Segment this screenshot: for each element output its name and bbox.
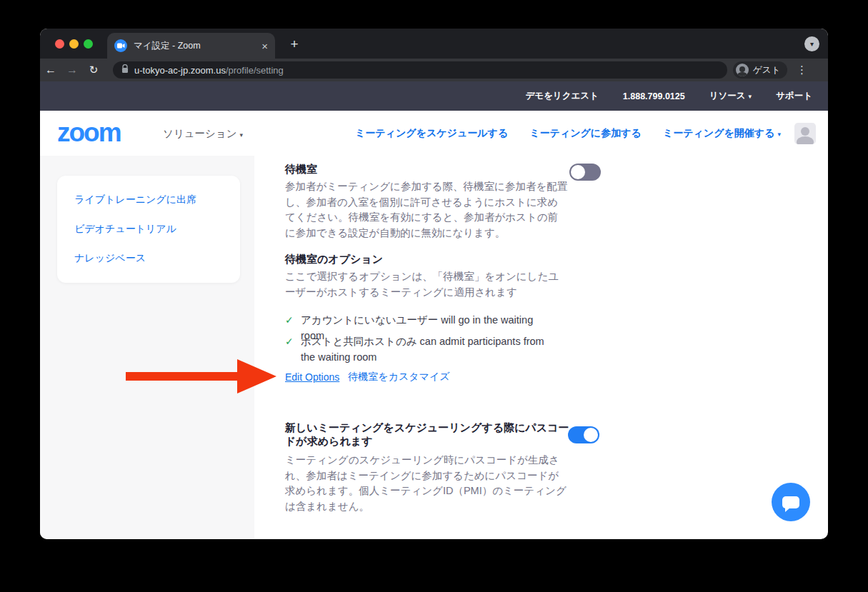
caret-down-icon: ▾ [749,93,752,100]
waiting-room-options-title: 待機室のオプション [285,253,383,266]
solutions-menu[interactable]: ソリューション▾ [163,127,243,141]
toggle-knob [571,165,585,179]
browser-tab[interactable]: マイ設定 - Zoom × [107,33,275,59]
passcode-title: 新しいミーティングをスケジューリングする際にパスコードが求められます [285,421,569,448]
zoom-logo[interactable]: zoom [57,117,121,149]
new-tab-button[interactable]: + [286,36,303,53]
screenshot-canvas: マイ設定 - Zoom × + ▾ ← → ↻ u-tokyo-ac-jp.zo… [0,0,868,592]
forward-icon[interactable]: → [61,64,83,76]
passcode-description: ミーティングのスケジューリング時にパスコードが生成され、参加者はミーテイングに参… [285,453,568,514]
options-links-row: Edit Options 待機室をカスタマイズ [285,371,450,383]
zoom-favicon-icon [114,39,127,52]
sidebar-link-knowledge-base[interactable]: ナレッジベース [74,252,223,265]
tab-title: マイ設定 - Zoom [134,40,256,52]
waiting-room-toggle[interactable] [569,164,601,181]
edit-options-link[interactable]: Edit Options [285,371,339,383]
caret-down-icon: ▾ [777,131,781,138]
topnav-resources[interactable]: リソース▾ [709,90,752,102]
waiting-room-options-description: ここで選択するオプションは、「待機室」をオンにしたユーザーがホストするミーティン… [285,269,568,300]
browser-toolbar: ← → ↻ u-tokyo-ac-jp.zoom.us/profile/sett… [40,59,828,81]
toggle-knob [584,428,598,442]
tab-strip: マイ設定 - Zoom × + ▾ [40,29,828,59]
lock-icon [121,64,129,76]
guest-label: ゲスト [753,64,780,76]
chat-bubble-icon [782,496,799,508]
caret-down-icon: ▾ [240,131,244,139]
header-links: ミーティングをスケジュールする ミーティングに参加する ミーティングを開催する▾ [355,111,781,156]
topnav-phone[interactable]: 1.888.799.0125 [623,91,685,101]
traffic-light-zoom[interactable] [84,39,93,49]
guest-avatar-icon [736,64,749,76]
customize-waiting-room-link[interactable]: 待機室をカスタマイズ [348,371,449,383]
passcode-toggle[interactable] [568,426,599,443]
site-header: zoom ソリューション▾ ミーティングをスケジュールする ミーティングに参加す… [40,111,828,156]
reload-icon[interactable]: ↻ [83,64,104,76]
browser-window: マイ設定 - Zoom × + ▾ ← → ↻ u-tokyo-ac-jp.zo… [40,29,828,539]
traffic-light-close[interactable] [55,39,64,49]
join-meeting-link[interactable]: ミーティングに参加する [529,127,642,140]
topnav-support[interactable]: サポート [776,90,812,102]
host-meeting-link[interactable]: ミーティングを開催する▾ [663,127,781,140]
url-text: u-tokyo-ac-jp.zoom.us/profile/setting [134,65,284,76]
address-bar[interactable]: u-tokyo-ac-jp.zoom.us/profile/setting [113,61,727,79]
chat-fab-button[interactable] [772,483,810,521]
annotation-arrow [126,372,239,381]
tab-close-icon[interactable]: × [261,40,268,52]
waiting-room-description: 参加者がミーティングに参加する際、待機室に参加者を配置し、参加者の入室を個別に許… [285,179,568,241]
site-topnav: デモをリクエスト 1.888.799.0125 リソース▾ サポート [40,81,828,111]
tab-search-icon[interactable]: ▾ [804,36,819,51]
browser-menu-icon[interactable]: ⋮ [794,64,809,76]
check-icon: ✓ [285,312,294,328]
traffic-light-minimize[interactable] [69,39,79,49]
sidebar-link-live-training[interactable]: ライブトレーニングに出席 [74,194,223,206]
waiting-room-title: 待機室 [285,163,317,176]
profile-guest-button[interactable]: ゲスト [733,61,787,79]
schedule-meeting-link[interactable]: ミーティングをスケジュールする [355,127,508,140]
sidebar-card: ライブトレーニングに出席 ビデオチュートリアル ナレッジベース [57,176,240,283]
sidebar-link-video-tutorials[interactable]: ビデオチュートリアル [74,223,223,236]
annotation-arrow-head [237,359,276,393]
back-icon[interactable]: ← [40,64,61,76]
account-avatar[interactable] [794,123,816,144]
topnav-request-demo[interactable]: デモをリクエスト [525,90,598,102]
check-icon: ✓ [285,333,294,349]
option-item-hosts: ✓ ホストと共同ホストのみ can admit participants fro… [285,333,558,365]
